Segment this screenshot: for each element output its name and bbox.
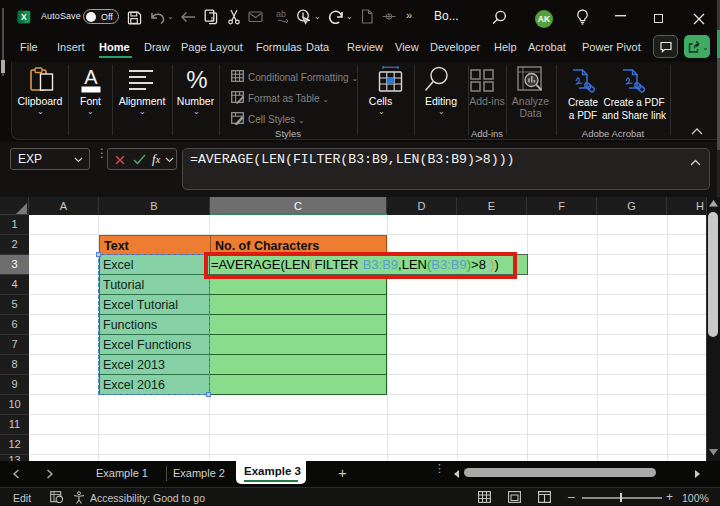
svg-text:X: X: [21, 12, 27, 22]
svg-text:%: %: [186, 66, 207, 93]
svg-text:A: A: [84, 66, 98, 88]
svg-text:ab: ab: [276, 9, 286, 19]
